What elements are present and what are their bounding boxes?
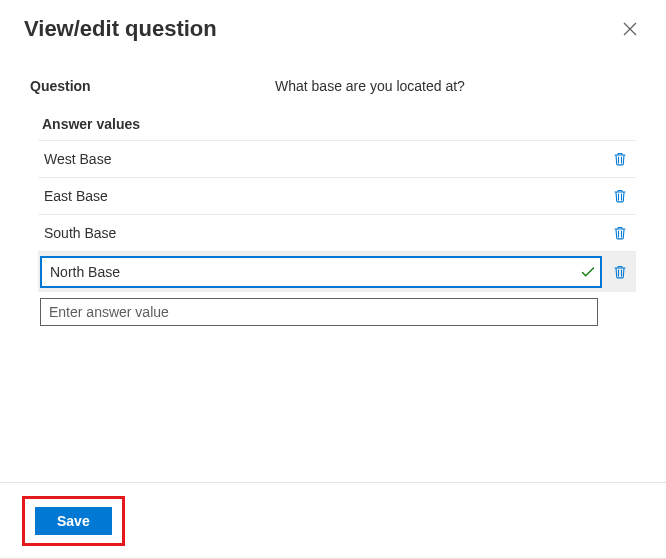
delete-answer-button[interactable] [608,223,632,243]
delete-answer-button[interactable] [608,149,632,169]
answer-value: West Base [44,151,608,167]
save-button[interactable]: Save [35,507,112,535]
trash-icon [612,264,628,280]
question-label: Question [30,78,275,94]
close-icon [622,21,638,37]
question-text: What base are you located at? [275,78,465,94]
answer-new-row [38,292,636,332]
delete-answer-button[interactable] [608,186,632,206]
answer-row: South Base [38,215,636,252]
answer-value: East Base [44,188,608,204]
close-button[interactable] [618,17,642,41]
trash-icon [612,151,628,167]
delete-answer-button[interactable] [608,262,632,282]
panel-title: View/edit question [24,16,217,42]
checkmark-icon [580,264,596,280]
answer-editing-row [38,252,636,292]
trash-icon [612,225,628,241]
answers-header: Answer values [38,106,636,141]
answer-row: West Base [38,141,636,178]
answer-edit-input[interactable] [40,256,602,288]
trash-icon [612,188,628,204]
save-highlight: Save [22,496,125,546]
answer-value: South Base [44,225,608,241]
answer-new-input[interactable] [40,298,598,326]
answer-row: East Base [38,178,636,215]
